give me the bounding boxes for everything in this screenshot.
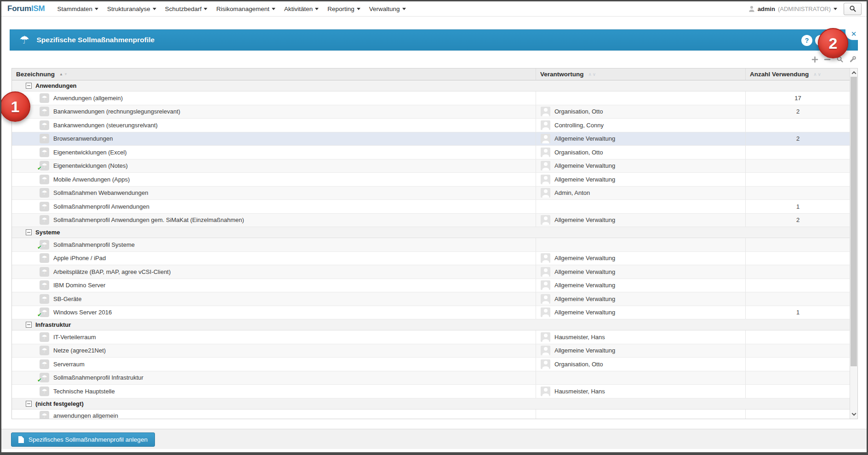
- help-button[interactable]: ?: [801, 35, 812, 46]
- expand-all-button[interactable]: [811, 56, 818, 63]
- group-row-1[interactable]: Anwendungen: [12, 80, 850, 91]
- scrollbar-thumb[interactable]: [851, 77, 857, 366]
- profile-name: IBM Domino Server: [53, 282, 105, 289]
- cell-bezeichnung: ☂Arbeitsplätze (BAP, mAP, agree vCSI-Cli…: [12, 265, 536, 279]
- menu-item-reporting[interactable]: Reporting: [327, 6, 360, 12]
- table-row[interactable]: ☂Apple iPhone / iPadAllgemeine Verwaltun…: [12, 252, 850, 266]
- group-row-2[interactable]: Systeme: [12, 227, 850, 238]
- person-avatar-icon: [541, 134, 550, 143]
- table-row[interactable]: ☂Eigenentwicklungen (Excel)Organisation,…: [12, 146, 850, 159]
- cell-verantwortung: [536, 238, 746, 251]
- menu-item-verwaltung[interactable]: Verwaltung: [369, 6, 406, 12]
- cell-anzahl-verwendung: 2: [746, 105, 850, 119]
- umbrella-icon: ☂: [40, 215, 49, 225]
- table-row[interactable]: ☂Anwendungen (allgemein)17: [12, 91, 850, 105]
- cell-bezeichnung: ☂Eigenentwicklungen (Excel): [12, 146, 536, 159]
- menu-item-risikomanagement[interactable]: Risikomanagement: [216, 6, 275, 12]
- person-avatar-icon: [541, 332, 550, 342]
- user-menu[interactable]: admin (ADMINISTRATOR): [749, 6, 837, 12]
- cell-verantwortung: Allgemeine Verwaltung: [536, 214, 746, 227]
- cell-anzahl-verwendung: [746, 292, 850, 306]
- panel-header: ☂ Spezifische Sollmaßnahmenprofile ? Ex …: [10, 29, 858, 51]
- menu-item-strukturanalyse[interactable]: Strukturanalyse: [107, 6, 156, 12]
- collapse-icon[interactable]: [26, 401, 32, 407]
- responsible-name: Hausmeister, Hans: [554, 334, 605, 341]
- responsible-name: Allgemeine Verwaltung: [554, 282, 615, 289]
- group-row-3[interactable]: Infrastruktur: [12, 319, 850, 330]
- cell-anzahl-verwendung: 1: [746, 200, 850, 213]
- umbrella-icon: ☂: [40, 202, 49, 211]
- responsible-name: Organisation, Otto: [554, 149, 603, 156]
- search-button[interactable]: [844, 3, 862, 15]
- collapse-icon[interactable]: [26, 322, 32, 328]
- responsible-name: Allgemeine Verwaltung: [554, 216, 615, 223]
- table-row[interactable]: ☂✔Sollmaßnahmenprofil Systeme: [12, 238, 850, 252]
- umbrella-icon: ☂✔: [40, 240, 49, 250]
- table-row[interactable]: ☂ServerraumOrganisation, Otto: [12, 358, 850, 371]
- collapse-icon[interactable]: [26, 83, 32, 89]
- user-icon: [749, 6, 755, 12]
- menu-item-aktivitäten[interactable]: Aktivitäten: [284, 6, 319, 12]
- create-profile-button[interactable]: Spezifisches Sollmaßnahmenprofil anlegen: [11, 432, 155, 447]
- cell-anzahl-verwendung: [746, 410, 850, 420]
- close-button[interactable]: ✕: [845, 26, 860, 40]
- table-row[interactable]: ☂✔Sollmaßnahmenprofil Infrastruktur: [12, 371, 850, 385]
- profile-name: Browseranwendungen: [53, 135, 113, 142]
- table-row[interactable]: ☂Technische HauptstelleHausmeister, Hans: [12, 385, 850, 398]
- umbrella-icon: ☂✔: [40, 307, 49, 317]
- responsible-name: Allgemeine Verwaltung: [554, 309, 615, 316]
- column-header-1[interactable]: Bezeichnung▲▼: [12, 68, 536, 80]
- table-row[interactable]: ☂IBM Domino ServerAllgemeine Verwaltung: [12, 279, 850, 293]
- profile-name: Technische Hauptstelle: [53, 388, 115, 395]
- vertical-scrollbar[interactable]: [850, 68, 857, 419]
- table-row[interactable]: ☂IT-VerteilerraumHausmeister, Hans: [12, 330, 850, 344]
- document-icon: [18, 436, 24, 443]
- person-avatar-icon: [541, 215, 550, 225]
- table-header-row: Bezeichnung▲▼Verantwortung∧∨Anzahl Verwe…: [12, 68, 850, 80]
- table-row[interactable]: ☂Netze (agree21Net)Allgemeine Verwaltung: [12, 344, 850, 358]
- cell-anzahl-verwendung: 2: [746, 214, 850, 227]
- table-row[interactable]: ☂Bankanwendungen (steuerungsrelvant)Cont…: [12, 119, 850, 132]
- profile-name: Apple iPhone / iPad: [53, 255, 106, 262]
- cell-anzahl-verwendung: 2: [746, 132, 850, 146]
- profile-name: Netze (agree21Net): [53, 347, 106, 354]
- menu-item-label: Reporting: [327, 6, 354, 12]
- table-row[interactable]: ☂✔Eigenentwicklungen (Notes)Allgemeine V…: [12, 159, 850, 173]
- table-row[interactable]: ☂Mobile Anwendungen (Apps)Allgemeine Ver…: [12, 173, 850, 187]
- umbrella-icon: ☂: [40, 253, 49, 263]
- table-row[interactable]: ☂Arbeitsplätze (BAP, mAP, agree vCSI-Cli…: [12, 265, 850, 279]
- umbrella-icon: ☂: [40, 148, 49, 157]
- profile-name: Windows Server 2016: [53, 309, 112, 316]
- profile-name: Eigenentwicklungen (Notes): [53, 162, 128, 169]
- grid-settings-button[interactable]: [849, 56, 857, 63]
- responsible-name: Admin, Anton: [554, 189, 590, 196]
- responsible-name: Allgemeine Verwaltung: [554, 162, 615, 169]
- cell-anzahl-verwendung: [746, 238, 850, 251]
- scroll-down-button[interactable]: [850, 411, 857, 418]
- table-row[interactable]: ☂anwendungen allgemein: [12, 410, 850, 420]
- profile-name: Arbeitsplätze (BAP, mAP, agree vCSI-Clie…: [53, 268, 171, 275]
- table-row[interactable]: ☂Bankanwendungen (rechnungslegungsreleva…: [12, 105, 850, 119]
- table-row[interactable]: ☂SB-GeräteAllgemeine Verwaltung: [12, 292, 850, 306]
- app-logo[interactable]: ForumISM: [7, 4, 45, 13]
- menu-item-schutzbedarf[interactable]: Schutzbedarf: [165, 6, 208, 12]
- column-header-2[interactable]: Verantwortung∧∨: [536, 68, 746, 80]
- person-avatar-icon: [541, 148, 550, 157]
- group-label: Anwendungen: [35, 82, 77, 89]
- table-row[interactable]: ☂Sollmaßnahmenprofil Anwendungen gem. Si…: [12, 214, 850, 228]
- cell-verantwortung: Hausmeister, Hans: [536, 330, 746, 344]
- column-header-3[interactable]: Anzahl Verwendung∧∨: [746, 68, 850, 80]
- table-row[interactable]: ☂Sollmaßnahmen WebanwendungenAdmin, Anto…: [12, 187, 850, 200]
- table-row[interactable]: ☂Sollmaßnahmenprofil Anwendungen1: [12, 200, 850, 214]
- cell-anzahl-verwendung: [746, 252, 850, 265]
- cell-anzahl-verwendung: [746, 344, 850, 358]
- scroll-up-button[interactable]: [850, 69, 857, 76]
- collapse-icon[interactable]: [26, 229, 32, 235]
- menu-item-stammdaten[interactable]: Stammdaten: [57, 6, 99, 12]
- profile-name: Sollmaßnahmenprofil Anwendungen: [53, 203, 149, 210]
- table-row[interactable]: ☂✔Windows Server 2016Allgemeine Verwaltu…: [12, 306, 850, 320]
- umbrella-icon: ☂: [40, 175, 49, 184]
- table-row[interactable]: ☂BrowseranwendungenAllgemeine Verwaltung…: [12, 132, 850, 146]
- menu-item-label: Strukturanalyse: [107, 6, 150, 12]
- group-row-4[interactable]: (nicht festgelegt): [12, 398, 850, 410]
